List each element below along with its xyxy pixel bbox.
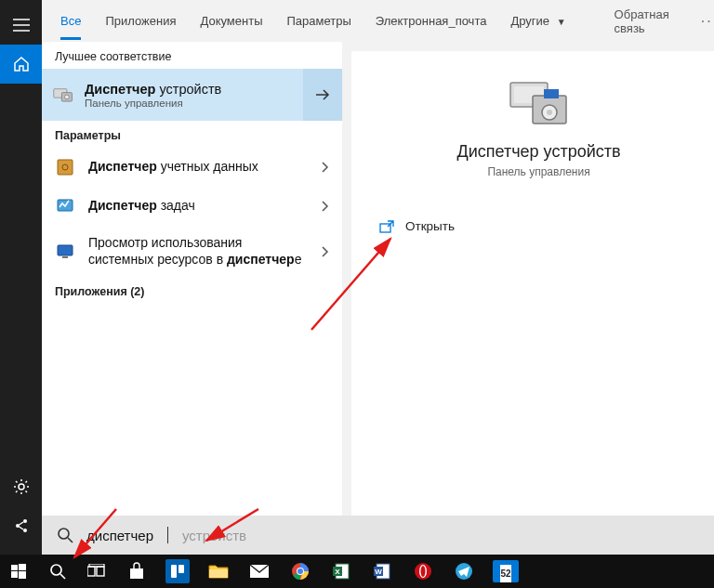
file-explorer-icon[interactable] [206, 559, 231, 583]
task-manager-icon [55, 196, 75, 216]
chevron-down-icon: ▼ [557, 17, 566, 27]
calendar-icon[interactable]: 52 [493, 560, 519, 582]
svg-rect-20 [11, 565, 18, 570]
tab-settings[interactable]: Параметры [286, 3, 350, 40]
svg-rect-22 [11, 571, 18, 578]
tab-all[interactable]: Все [60, 3, 81, 40]
trello-icon[interactable] [165, 559, 190, 583]
tab-apps[interactable]: Приложения [105, 3, 176, 40]
svg-rect-23 [19, 571, 26, 579]
chevron-right-icon [322, 162, 329, 173]
result-subtitle: Панель управления [85, 98, 221, 109]
section-best-match: Лучшее соответствие [42, 42, 342, 69]
svg-point-24 [51, 565, 61, 575]
chrome-icon[interactable] [288, 559, 312, 583]
open-action[interactable]: Открыть [370, 212, 707, 241]
svg-rect-28 [171, 565, 177, 578]
svg-rect-15 [544, 89, 559, 98]
svg-point-34 [298, 568, 303, 574]
monitor-icon [55, 242, 75, 262]
result-credential-manager[interactable]: Диспетчер учетных данных [42, 148, 342, 187]
start-rail [0, 0, 42, 555]
svg-rect-27 [89, 564, 104, 567]
svg-rect-25 [87, 567, 95, 576]
taskbar-search-icon[interactable] [46, 560, 69, 582]
device-manager-large-icon [507, 77, 572, 127]
task-view-icon[interactable] [86, 560, 108, 582]
expand-arrow-icon[interactable] [303, 69, 342, 121]
search-icon [57, 527, 73, 543]
store-icon[interactable] [125, 559, 149, 583]
search-input-row[interactable]: диспетчерустройств [42, 516, 714, 555]
open-icon [379, 220, 394, 233]
svg-point-19 [59, 529, 69, 539]
svg-rect-29 [178, 565, 184, 573]
opera-icon[interactable] [411, 559, 435, 583]
svg-point-6 [65, 95, 70, 99]
preview-title: Диспетчер устройств [457, 142, 621, 162]
svg-rect-11 [62, 256, 68, 258]
search-panel: Все Приложения Документы Параметры Элект… [42, 0, 714, 555]
svg-point-0 [19, 484, 24, 490]
tab-documents[interactable]: Документы [200, 3, 262, 40]
vault-icon [55, 157, 75, 177]
search-typed-text: диспетчер [86, 528, 153, 543]
svg-point-2 [23, 519, 27, 523]
svg-rect-7 [58, 160, 73, 175]
svg-rect-21 [19, 564, 26, 570]
excel-icon[interactable]: X [329, 559, 353, 583]
svg-point-17 [547, 110, 552, 115]
gear-icon[interactable] [0, 467, 42, 506]
svg-text:X: X [335, 568, 340, 576]
home-icon[interactable] [0, 45, 42, 84]
chevron-right-icon [322, 201, 329, 212]
tab-other[interactable]: Другие ▼ [510, 3, 565, 40]
telegram-icon[interactable] [452, 559, 476, 583]
tab-email[interactable]: Электронная_почта [376, 3, 487, 40]
svg-text:W: W [375, 568, 382, 576]
share-icon[interactable] [0, 506, 42, 545]
chevron-right-icon [322, 246, 329, 257]
taskbar: X W 52 [0, 555, 714, 588]
svg-point-3 [23, 529, 27, 532]
section-settings: Параметры [42, 121, 342, 148]
hamburger-icon[interactable] [0, 6, 42, 45]
svg-rect-26 [97, 567, 104, 576]
category-tabs: Все Приложения Документы Параметры Элект… [42, 0, 714, 42]
svg-rect-10 [58, 245, 73, 255]
more-icon[interactable]: ··· [701, 13, 714, 30]
word-icon[interactable]: W [370, 559, 394, 583]
svg-point-43 [421, 566, 426, 577]
search-ghost-text: устройств [182, 528, 246, 543]
result-task-manager[interactable]: Диспетчер задач [42, 187, 342, 226]
result-resource-monitor[interactable]: Просмотр использования системных ресурсо… [42, 226, 342, 277]
feedback-link[interactable]: Обратная связь [615, 7, 669, 35]
preview-pane: Диспетчер устройств Панель управления От… [342, 42, 714, 516]
mail-icon[interactable] [247, 559, 271, 583]
result-device-manager[interactable]: Диспетчер устройств Панель управления [42, 69, 342, 121]
preview-subtitle: Панель управления [487, 165, 589, 178]
results-list: Лучшее соответствие Диспетчер устройств … [42, 42, 342, 516]
svg-rect-30 [209, 569, 228, 578]
start-icon[interactable] [7, 560, 30, 582]
section-apps: Приложения (2) [42, 277, 342, 304]
result-title: Диспетчер устройств [85, 82, 221, 97]
device-manager-icon [53, 85, 73, 105]
